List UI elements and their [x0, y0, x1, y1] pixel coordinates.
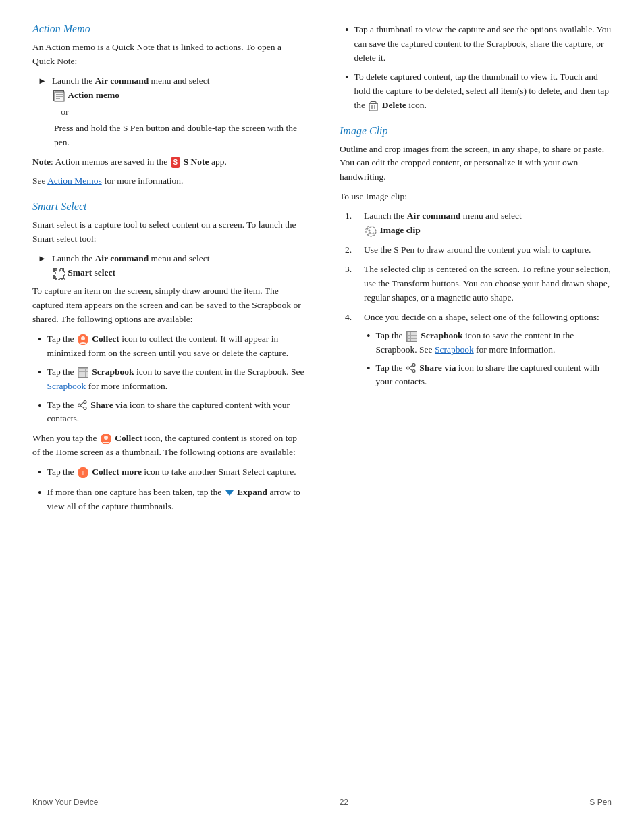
image-clip-title: Image Clip — [340, 125, 612, 137]
action-memos-link[interactable]: Action Memos — [47, 176, 102, 186]
note-text: : Action memos are saved in the — [51, 157, 170, 167]
action-memo-intro: An Action memo is a Quick Note that is l… — [32, 41, 304, 69]
collect-icon — [78, 334, 88, 345]
cm-bold: Collect more — [92, 467, 142, 477]
bullet-delete-captured: • To delete captured content, tap the th… — [345, 70, 612, 113]
bullet-share: • Tap the Share via icon to share the ca… — [38, 398, 304, 427]
bullet-dot-r1: • — [345, 23, 349, 38]
collect-bold: Collect — [92, 334, 119, 344]
collect-intro-text: When you tap the Collect icon, the captu… — [32, 432, 304, 460]
delete-post: icon. — [408, 100, 427, 110]
step1-bold: Air command — [95, 76, 149, 86]
smart-select-step1-content: Launch the Air command menu and select S… — [52, 252, 210, 280]
ic-sub-dot-2: • — [367, 361, 371, 376]
expand-icon — [225, 490, 234, 496]
collect-more-icon: + — [78, 467, 88, 478]
image-clip-icon — [365, 226, 376, 236]
ic-scrapbook-bold: Scrapbook — [421, 330, 462, 340]
thumbnail-text: Tap a thumbnail to view the capture and … — [354, 24, 612, 63]
note-label: Note — [32, 157, 51, 167]
see-action-memos: See Action Memos for more information. — [32, 174, 304, 188]
action-memo-section: Action Memo An Action memo is a Quick No… — [32, 23, 304, 188]
bullet-thumbnail-content: Tap a thumbnail to view the capture and … — [354, 23, 612, 66]
footer: Know Your Device 22 S Pen — [32, 793, 612, 807]
ic-step2-content: Use the S Pen to draw around the content… — [364, 243, 591, 257]
svg-point-8 — [81, 336, 85, 340]
svg-point-10 — [84, 407, 86, 410]
ic-s1-post: menu and select — [460, 211, 521, 221]
ic-scrapbook-link[interactable]: Scrapbook — [435, 344, 474, 355]
right-top-bullets: • Tap a thumbnail to view the capture an… — [345, 23, 612, 113]
see-post: for more information. — [102, 176, 184, 186]
svg-text:+: + — [81, 469, 85, 477]
ic-icon-label: Image clip — [379, 225, 420, 235]
ic-sub-scrapbook: • Tap the Scrapbook icon to save the con… — [367, 329, 612, 357]
action-memo-step1-content: Launch the Air command menu and select A… — [52, 74, 210, 103]
ic-step2: 2. Use the S Pen to draw around the cont… — [345, 243, 612, 257]
svg-rect-4 — [55, 270, 65, 280]
ic-s4-pre: Once you decide on a shape, select one o… — [364, 312, 599, 322]
svg-point-9 — [84, 401, 86, 404]
image-clip-intro: Outline and crop images from the screen,… — [340, 142, 612, 185]
bullet-collect-more-content: Tap the + Collect more icon to take anot… — [47, 465, 296, 479]
ic-step1-num: 1. — [345, 209, 357, 224]
bullet-dot-4: • — [38, 465, 42, 480]
collect-intro-bold: Collect — [115, 433, 142, 443]
bullet-expand: • If more than one capture has been take… — [38, 486, 304, 514]
bullet-dot-1: • — [38, 332, 42, 347]
scrapbook-post-pre: icon to save the content in the Scrapboo… — [136, 367, 304, 377]
share-pre: Tap the — [47, 400, 76, 410]
ic-sub-share: • Tap the Share via icon to share the ca… — [367, 361, 612, 390]
ic-step3-num: 3. — [345, 263, 357, 277]
ic-scrapbook-post: for more information. — [476, 344, 555, 355]
scrapbook-link[interactable]: Scrapbook — [47, 381, 86, 391]
ic-step2-num: 2. — [345, 243, 357, 257]
collect-bullets: • Tap the + Collect more icon to take an… — [38, 465, 304, 513]
collect-icon2 — [101, 434, 111, 444]
ss-step1-post: menu and select — [149, 253, 209, 263]
cm-pre: Tap the — [47, 467, 76, 477]
to-use-image-clip: To use Image clip: — [340, 190, 612, 204]
ic-share-pre: Tap the — [376, 363, 405, 373]
note-line: Note: Action memos are saved in the S S … — [32, 155, 304, 170]
or-line: – or – — [54, 107, 304, 118]
expand-bold: Expand — [237, 487, 267, 497]
step1-post: menu and select — [149, 76, 209, 86]
right-column: • Tap a thumbnail to view the capture an… — [334, 20, 612, 773]
arrow-bullet2-icon: ► — [38, 253, 47, 264]
svg-point-23 — [367, 227, 376, 236]
share-bold: Share via — [90, 400, 127, 410]
ic-step3-content: The selected clip is centered on the scr… — [364, 263, 612, 305]
action-memo-step1b: Press and hold the S Pen button and doub… — [54, 122, 304, 150]
ic-s1-pre: Launch the — [364, 211, 407, 221]
bullet-share-content: Tap the Share via icon to share the capt… — [47, 398, 304, 427]
ic-step3: 3. The selected clip is centered on the … — [345, 263, 612, 305]
ic-step4: 4. Once you decide on a shape, select on… — [345, 311, 612, 394]
scrapbook-bold: Scrapbook — [92, 367, 134, 377]
step1-icon-label: Action memo — [68, 90, 119, 100]
smart-select-step1: ► Launch the Air command menu and select… — [38, 252, 304, 280]
svg-line-28 — [409, 366, 412, 368]
ss-step1-bold: Air command — [95, 253, 149, 263]
svg-line-13 — [80, 406, 84, 408]
ic-step4-content: Once you decide on a shape, select one o… — [364, 311, 612, 394]
step1-pre: Launch the — [52, 76, 95, 86]
ic-share-bold: Share via — [419, 363, 456, 373]
bullet-collect-more: • Tap the + Collect more icon to take an… — [38, 465, 304, 480]
svg-line-29 — [409, 369, 412, 371]
ic-sub-share-content: Tap the Share via icon to share the capt… — [376, 361, 612, 390]
smart-select-section: Smart Select Smart select is a capture t… — [32, 201, 304, 513]
ic-step4-num: 4. — [345, 311, 357, 325]
action-memo-step1: ► Launch the Air command menu and select… — [38, 74, 304, 103]
ic-s1-bold: Air command — [407, 211, 461, 221]
ic-step1: 1. Launch the Air command menu and selec… — [345, 209, 612, 238]
delete-icon — [369, 101, 378, 111]
collect-pre: Tap the — [47, 334, 76, 344]
svg-point-25 — [412, 364, 415, 367]
ic-step1-content: Launch the Air command menu and select I… — [364, 209, 522, 238]
ic-sub-scrapbook-content: Tap the Scrapbook icon to save the conte… — [376, 329, 612, 357]
cm-post: icon to take another Smart Select captur… — [144, 467, 296, 477]
ss-step1-pre: Launch the — [52, 253, 95, 263]
image-clip-steps: 1. Launch the Air command menu and selec… — [345, 209, 612, 393]
scrapbook-pre: Tap the — [47, 367, 76, 377]
